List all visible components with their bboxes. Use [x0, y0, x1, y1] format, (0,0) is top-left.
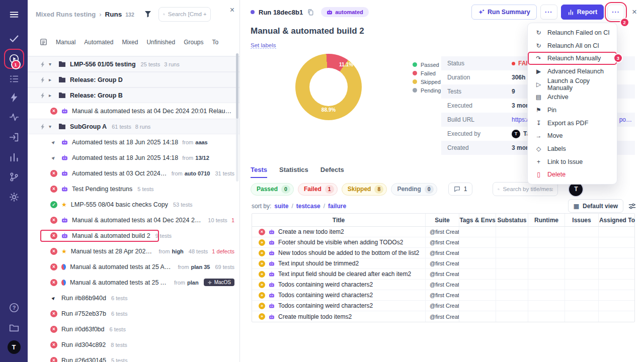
user-avatar[interactable]: T: [8, 340, 21, 353]
help-icon[interactable]: ?: [8, 301, 21, 314]
import-export-icon[interactable]: [8, 131, 21, 144]
chevron-icon[interactable]: [49, 77, 55, 82]
test-title[interactable]: Text input should be trimmed2: [278, 260, 359, 267]
menu-item[interactable]: ⚑ Pin: [528, 104, 617, 117]
test-title[interactable]: Text input field should be cleared after…: [278, 270, 411, 278]
test-title[interactable]: Footer should be visible when adding TOD…: [278, 239, 403, 246]
run-list-item[interactable]: ★ Manual & automated build 2 9 tests: [28, 228, 239, 243]
test-title[interactable]: Create multiple todo items2: [278, 313, 352, 320]
sort-testcase-link[interactable]: testcase: [296, 203, 320, 210]
breadcrumb-section[interactable]: Runs: [105, 11, 122, 18]
sort-failure-link[interactable]: failure: [328, 203, 346, 210]
run-tab[interactable]: Tests: [251, 166, 267, 178]
set-labels-link[interactable]: Set labels: [251, 42, 276, 49]
test-title[interactable]: Todos containing weird characters2: [278, 281, 373, 288]
play-circle-icon[interactable]: 1: [8, 52, 21, 65]
run-list-item[interactable]: ★ Release: Group D: [28, 72, 239, 87]
run-list-item[interactable]: ★ Release: Group B: [28, 87, 239, 103]
runs-search-input[interactable]: [168, 11, 206, 17]
run-tab[interactable]: Statistics: [279, 166, 308, 178]
test-title[interactable]: Todos containing weird characters2: [278, 302, 373, 309]
run-list-item[interactable]: ★ LMP-555 08/04 basic checks Copy 53 tes…: [28, 197, 239, 212]
runs-tab[interactable]: To: [212, 39, 218, 46]
close-run-button[interactable]: ×: [632, 7, 637, 17]
menu-item[interactable]: ▶ Advanced Relaunch: [528, 65, 617, 78]
chevron-icon[interactable]: [49, 124, 55, 129]
test-title[interactable]: Create a new todo item2: [278, 228, 344, 235]
report-button[interactable]: Report: [561, 5, 604, 20]
runs-scrollbar[interactable]: [236, 53, 238, 182]
run-list-item[interactable]: ★ LMP-556 01/05 testing 25 tests 3 runs: [28, 56, 239, 72]
bar-chart-icon[interactable]: [8, 151, 21, 164]
test-row[interactable]: Create multiple todo items2 @first Creat…: [252, 311, 634, 322]
run-tab[interactable]: Defects: [320, 166, 344, 178]
comments-filter-chip[interactable]: 1: [448, 183, 473, 196]
activity-icon[interactable]: [8, 111, 21, 124]
scrollbar-thumb[interactable]: [236, 53, 238, 119]
more-options-button[interactable]: ···: [540, 5, 557, 20]
chevron-icon[interactable]: [49, 61, 55, 67]
test-row[interactable]: Todos containing weird characters2 @firs…: [252, 290, 634, 301]
test-title[interactable]: New todos should be added to the bottom …: [278, 249, 419, 256]
menu-item[interactable]: ↻ Relaunch Failed on CI: [528, 26, 617, 39]
runs-tab[interactable]: Groups: [184, 39, 203, 46]
status-filter-chip[interactable]: Passed 0: [251, 183, 294, 196]
projects-folder-icon[interactable]: [8, 321, 21, 334]
run-summary-button[interactable]: Run Summary: [471, 5, 537, 20]
test-row[interactable]: New todos should be added to the bottom …: [252, 248, 634, 258]
run-list-item[interactable]: ★ Manual & automated tests at 04 Dec 202…: [28, 103, 239, 119]
chevron-icon[interactable]: [49, 93, 55, 98]
test-row[interactable]: Todos containing weird characters2 @firs…: [252, 280, 634, 290]
git-branch-icon[interactable]: [8, 170, 21, 184]
run-list-item[interactable]: ★ Run #0d63f0bd 6 tests: [28, 321, 239, 337]
menu-item[interactable]: → Move: [528, 130, 617, 143]
sort-suite-link[interactable]: suite: [274, 203, 288, 210]
menu-item[interactable]: ↻ Relaunch All on CI: [528, 39, 617, 52]
gear-icon[interactable]: [8, 191, 21, 204]
run-list-item[interactable]: ★ Run #26d30145 5 tests: [28, 352, 239, 362]
status-filter-chip[interactable]: Pending 0: [391, 183, 437, 196]
runs-tab[interactable]: Unfinished: [146, 39, 175, 46]
runs-filter-icon[interactable]: [40, 38, 47, 46]
filter-button[interactable]: [142, 9, 153, 20]
task-list-icon[interactable]: [8, 72, 21, 85]
runs-tab[interactable]: Automated: [84, 39, 113, 46]
status-filter-chip[interactable]: Failed 1: [298, 183, 338, 196]
run-list-item[interactable]: ★ Automated tests at 18 Jun 2025 14:18 f…: [28, 134, 239, 150]
run-list-item[interactable]: ★ Manual & automated tests at 25 Apr 202…: [28, 259, 239, 275]
runs-panel-close-button[interactable]: ×: [230, 6, 234, 14]
copy-icon[interactable]: [307, 9, 314, 16]
run-actions-menu-button[interactable]: ··· 2: [607, 5, 624, 20]
runs-tab[interactable]: Manual: [56, 39, 75, 46]
run-list-item[interactable]: ★ Automated tests at 18 Jun 2025 14:18 f…: [28, 150, 239, 165]
test-row[interactable]: Text input should be trimmed2 @first Cre…: [252, 258, 634, 269]
lightning-icon[interactable]: [8, 91, 21, 104]
status-filter-chip[interactable]: Skipped 8: [342, 183, 387, 196]
breadcrumb-project[interactable]: Mixed Runs testing: [36, 11, 96, 18]
menu-item[interactable]: ▷ Launch a Copy Manually: [528, 78, 617, 91]
runs-tab[interactable]: Mixed: [122, 39, 138, 46]
columns-settings-icon[interactable]: [628, 203, 636, 210]
menu-item[interactable]: ◇ Labels: [528, 142, 617, 155]
test-row[interactable]: Footer should be visible when adding TOD…: [252, 237, 634, 248]
run-list-item[interactable]: ★ Run #752eb37b 6 tests: [28, 306, 239, 321]
test-row[interactable]: Create a new todo item2 @first Create …: [252, 227, 634, 237]
test-row[interactable]: Text input field should be cleared after…: [252, 269, 634, 280]
menu-item[interactable]: ▯ Delete: [528, 168, 617, 182]
menu-icon[interactable]: [8, 8, 21, 21]
test-title[interactable]: Todos containing weird characters2: [278, 292, 373, 299]
default-view-button[interactable]: ▦ Default view: [568, 199, 623, 213]
run-list-item[interactable]: ★ Run #b86b940d 6 tests: [28, 290, 239, 306]
menu-item[interactable]: ↷ Relaunch Manually 3: [528, 52, 617, 65]
run-list-item[interactable]: ★ Automated tests at 03 Oct 2024 20:25 f…: [28, 165, 239, 181]
menu-item[interactable]: + Link to Issue: [528, 155, 617, 168]
run-list-item[interactable]: ★ Manual & automated tests at 04 Dec 202…: [28, 212, 239, 228]
run-list-item[interactable]: ★ Run #d304c892 8 tests: [28, 337, 239, 352]
menu-item[interactable]: ↧ Export as PDF: [528, 117, 617, 130]
test-row[interactable]: Todos containing weird characters2 @firs…: [252, 301, 634, 311]
run-list-item[interactable]: ★ Manual & automated tests at 25 Apr 202…: [28, 275, 239, 290]
menu-item[interactable]: ▤ Archive: [528, 90, 617, 104]
run-list-item[interactable]: ★ Test Pending testruns 5 tests: [28, 181, 239, 197]
run-list-item[interactable]: ★ Manual tests at 28 Apr 2025 16:50 from…: [28, 243, 239, 259]
tests-search-input[interactable]: [503, 186, 553, 192]
